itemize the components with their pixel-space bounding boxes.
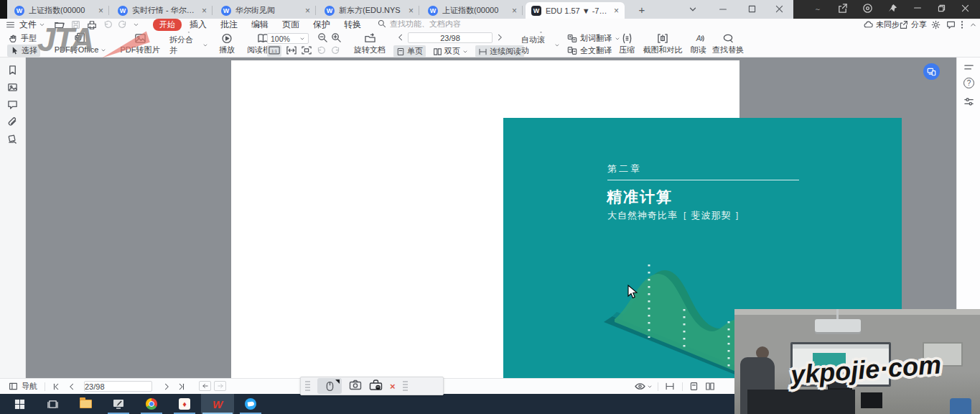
page-indicator-field[interactable]: 23/98: [408, 32, 493, 43]
select-tool-button[interactable]: 选择: [7, 45, 40, 57]
single-page-view-toggle[interactable]: [689, 379, 699, 394]
rotate-left-icon[interactable]: [317, 46, 326, 57]
drag-handle[interactable]: [305, 381, 310, 391]
tab-shanghai-index-2[interactable]: W 上证指数(00000 ×: [422, 2, 523, 19]
rotate-doc-button[interactable]: 旋转文档: [349, 32, 391, 57]
new-tab-button[interactable]: +: [635, 3, 649, 17]
more-quick-actions-icon[interactable]: [133, 22, 139, 28]
auto-scroll-button[interactable]: 自动滚动: [518, 32, 563, 57]
status-page-indicator[interactable]: 23/98: [84, 381, 152, 392]
compress-button[interactable]: 压缩: [615, 32, 639, 57]
panel-lines-icon[interactable]: [963, 62, 974, 75]
drag-handle[interactable]: [403, 381, 408, 391]
close-icon[interactable]: ×: [614, 6, 619, 15]
ribbon-tab-edit[interactable]: 编辑: [251, 19, 269, 31]
tab-shanghai-index-1[interactable]: W 上证指数(00000 ×: [9, 2, 109, 19]
last-page-icon[interactable]: [177, 379, 186, 394]
close-float-toolbar-icon[interactable]: ×: [390, 381, 396, 392]
close-window-button[interactable]: [767, 0, 791, 18]
maximize-button[interactable]: [739, 0, 764, 18]
single-page-button[interactable]: 单页: [393, 45, 426, 58]
close-icon[interactable]: ×: [305, 6, 310, 15]
next-page-icon[interactable]: [162, 379, 171, 394]
next-page-icon[interactable]: [495, 33, 504, 43]
pdf-to-office-button[interactable]: PDF转Office: [47, 32, 113, 57]
first-page-icon[interactable]: [52, 379, 61, 394]
file-explorer-button[interactable]: [69, 394, 102, 414]
ribbon-tab-page[interactable]: 页面: [282, 19, 299, 31]
read-aloud-button[interactable]: A 朗读: [686, 32, 711, 57]
open-file-icon[interactable]: [55, 20, 65, 30]
tab-wallstreetcn[interactable]: W 华尔街见闻 ×: [215, 2, 316, 19]
word-translate-button[interactable]: 划词翻译: [567, 33, 620, 44]
annotation-tool-button[interactable]: [102, 394, 135, 414]
hamburger-menu-icon[interactable]: [6, 20, 15, 29]
ribbon-tab-start[interactable]: 开始: [153, 19, 182, 31]
screenshot-compare-button[interactable]: 截图和对比: [640, 32, 685, 57]
search-input-wrap[interactable]: [378, 19, 550, 28]
close-icon[interactable]: ×: [202, 6, 207, 15]
chrome-button[interactable]: [135, 394, 168, 414]
print-icon[interactable]: [87, 20, 97, 30]
undo-icon[interactable]: [103, 20, 113, 29]
pdf-to-image-button[interactable]: PDF转图片: [115, 32, 165, 57]
rotate-right-icon[interactable]: [331, 46, 340, 57]
mouse-mode-button[interactable]: [317, 378, 342, 394]
screenshot-camera-button[interactable]: [349, 380, 362, 393]
ribbon-tab-convert[interactable]: 转换: [344, 19, 361, 31]
ribbon-tab-comment[interactable]: 批注: [220, 19, 238, 31]
card-game-button[interactable]: ♦: [168, 394, 201, 414]
ribbon-tab-insert[interactable]: 插入: [190, 19, 207, 31]
prev-page-icon[interactable]: [67, 379, 76, 394]
help-icon[interactable]: ?: [963, 78, 974, 88]
close-icon[interactable]: ×: [98, 6, 103, 15]
collapse-ribbon-icon[interactable]: [969, 21, 977, 29]
tab-edu-active[interactable]: W EDU 1.57 ▼ -7… ×: [526, 2, 625, 19]
pin-icon[interactable]: [887, 3, 898, 17]
search-input[interactable]: [390, 19, 533, 28]
tab-edu-nyse[interactable]: W 新东方(EDU.NYS ×: [319, 2, 419, 19]
toolbox-button[interactable]: [369, 380, 383, 393]
start-button[interactable]: [3, 394, 36, 414]
find-replace-button[interactable]: 查找替换: [711, 32, 745, 57]
sync-status[interactable]: 未同步: [864, 19, 900, 30]
eye-protect-button[interactable]: [635, 379, 653, 394]
minimize-button[interactable]: [711, 0, 735, 18]
history-back-button[interactable]: [199, 381, 211, 391]
task-view-button[interactable]: [36, 394, 69, 414]
file-menu[interactable]: 文件: [19, 19, 45, 31]
dingtalk-button[interactable]: [234, 394, 267, 414]
sliders-icon[interactable]: [963, 96, 974, 110]
ribbon-tab-protect[interactable]: 保护: [313, 19, 330, 31]
mobile-sync-badge[interactable]: [923, 63, 940, 80]
fit-page-icon[interactable]: [302, 46, 312, 56]
close-icon[interactable]: ×: [512, 6, 517, 15]
full-translate-button[interactable]: 全文翻译: [567, 45, 612, 56]
close-icon[interactable]: ×: [409, 6, 414, 15]
collapse-toolbar-icon[interactable]: [681, 0, 705, 18]
double-page-button[interactable]: 双页: [430, 45, 471, 58]
attachment-icon[interactable]: [7, 116, 18, 130]
continuous-view-toggle[interactable]: [665, 379, 675, 394]
feedback-comment-icon[interactable]: [946, 20, 956, 29]
prev-page-icon[interactable]: [396, 33, 405, 43]
nav-panel-toggle[interactable]: 导航: [9, 379, 37, 394]
hand-tool-button[interactable]: 手型: [9, 33, 37, 44]
redo-icon[interactable]: [118, 20, 127, 29]
actual-size-button[interactable]: 1:1: [267, 45, 281, 57]
image-annotation-icon[interactable]: [7, 82, 18, 96]
split-merge-button[interactable]: 拆分合并: [167, 32, 211, 57]
continuous-read-button[interactable]: 连续阅读: [475, 45, 524, 58]
camera-record-icon[interactable]: [862, 3, 873, 17]
comment-icon[interactable]: [7, 99, 18, 113]
wps-office-button[interactable]: W: [201, 394, 234, 414]
zoom-in-icon[interactable]: [331, 32, 342, 45]
zoom-out-icon[interactable]: [317, 32, 328, 45]
history-forward-button[interactable]: [214, 381, 226, 391]
play-button[interactable]: 播放: [213, 32, 241, 57]
more-options-icon[interactable]: [961, 20, 963, 29]
tab-realtime-quotes[interactable]: W 实时行情 - 华尔… ×: [112, 2, 213, 19]
stamp-icon[interactable]: [7, 134, 18, 147]
zoom-level-select[interactable]: 100%: [267, 33, 309, 44]
save-icon[interactable]: [71, 20, 80, 29]
